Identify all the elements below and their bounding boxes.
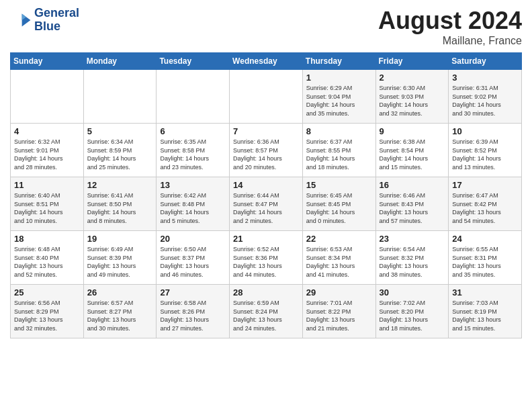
calendar-cell: 18Sunrise: 6:48 AM Sunset: 8:40 PM Dayli…	[11, 231, 84, 285]
day-number: 3	[452, 73, 518, 83]
calendar-cell	[11, 70, 84, 124]
calendar-cell: 15Sunrise: 6:45 AM Sunset: 8:45 PM Dayli…	[302, 177, 375, 231]
calendar-cell: 11Sunrise: 6:40 AM Sunset: 8:51 PM Dayli…	[11, 177, 84, 231]
calendar-cell	[230, 70, 303, 124]
calendar-cell: 31Sunrise: 7:03 AM Sunset: 8:19 PM Dayli…	[449, 285, 522, 338]
day-number: 4	[14, 126, 80, 136]
calendar-cell: 24Sunrise: 6:55 AM Sunset: 8:31 PM Dayli…	[449, 231, 522, 285]
day-number: 22	[306, 234, 372, 244]
day-number: 2	[380, 73, 445, 83]
day-number: 1	[306, 73, 372, 83]
calendar-cell: 23Sunrise: 6:54 AM Sunset: 8:32 PM Dayli…	[375, 231, 449, 285]
day-info: Sunrise: 6:41 AM Sunset: 8:50 PM Dayligh…	[87, 191, 153, 225]
day-info: Sunrise: 7:02 AM Sunset: 8:20 PM Dayligh…	[380, 299, 445, 332]
calendar-cell: 20Sunrise: 6:50 AM Sunset: 8:37 PM Dayli…	[157, 231, 230, 285]
day-number: 10	[452, 126, 518, 136]
day-number: 15	[306, 180, 372, 190]
calendar-cell: 3Sunrise: 6:31 AM Sunset: 9:02 PM Daylig…	[449, 70, 522, 124]
calendar-cell: 22Sunrise: 6:53 AM Sunset: 8:34 PM Dayli…	[302, 231, 375, 285]
calendar-cell: 30Sunrise: 7:02 AM Sunset: 8:20 PM Dayli…	[375, 285, 449, 338]
day-info: Sunrise: 6:30 AM Sunset: 9:03 PM Dayligh…	[380, 84, 445, 118]
day-number: 11	[14, 180, 80, 190]
day-number: 5	[87, 126, 153, 136]
day-number: 19	[87, 234, 153, 244]
day-info: Sunrise: 6:44 AM Sunset: 8:47 PM Dayligh…	[233, 191, 299, 225]
calendar-week-2: 4Sunrise: 6:32 AM Sunset: 9:01 PM Daylig…	[11, 124, 522, 177]
calendar-title: August 2024	[378, 7, 522, 35]
weekday-header-row: SundayMondayTuesdayWednesdayThursdayFrid…	[11, 53, 522, 70]
day-info: Sunrise: 6:55 AM Sunset: 8:31 PM Dayligh…	[452, 245, 518, 279]
day-info: Sunrise: 6:35 AM Sunset: 8:58 PM Dayligh…	[160, 138, 226, 171]
calendar-cell: 9Sunrise: 6:38 AM Sunset: 8:54 PM Daylig…	[375, 124, 449, 177]
calendar-cell: 27Sunrise: 6:58 AM Sunset: 8:26 PM Dayli…	[157, 285, 230, 338]
calendar-cell: 19Sunrise: 6:49 AM Sunset: 8:39 PM Dayli…	[83, 231, 157, 285]
day-number: 12	[87, 180, 153, 190]
day-info: Sunrise: 6:45 AM Sunset: 8:45 PM Dayligh…	[306, 191, 372, 225]
logo-icon	[10, 9, 32, 31]
calendar-cell: 5Sunrise: 6:34 AM Sunset: 8:59 PM Daylig…	[83, 124, 157, 177]
day-info: Sunrise: 6:54 AM Sunset: 8:32 PM Dayligh…	[380, 245, 445, 279]
calendar-cell: 14Sunrise: 6:44 AM Sunset: 8:47 PM Dayli…	[230, 177, 303, 231]
day-info: Sunrise: 6:58 AM Sunset: 8:26 PM Dayligh…	[160, 299, 226, 332]
calendar-cell: 6Sunrise: 6:35 AM Sunset: 8:58 PM Daylig…	[157, 124, 230, 177]
day-info: Sunrise: 6:40 AM Sunset: 8:51 PM Dayligh…	[14, 191, 80, 225]
day-info: Sunrise: 6:38 AM Sunset: 8:54 PM Dayligh…	[380, 138, 445, 171]
day-info: Sunrise: 6:42 AM Sunset: 8:48 PM Dayligh…	[160, 191, 226, 225]
day-number: 25	[14, 287, 80, 298]
day-number: 7	[233, 126, 299, 136]
calendar-subtitle: Maillane, France	[378, 35, 522, 47]
day-number: 31	[452, 287, 518, 298]
day-info: Sunrise: 6:31 AM Sunset: 9:02 PM Dayligh…	[452, 84, 518, 118]
calendar-week-5: 25Sunrise: 6:56 AM Sunset: 8:29 PM Dayli…	[11, 285, 522, 338]
calendar-cell: 8Sunrise: 6:37 AM Sunset: 8:55 PM Daylig…	[302, 124, 375, 177]
day-info: Sunrise: 6:37 AM Sunset: 8:55 PM Dayligh…	[306, 138, 372, 171]
day-number: 18	[14, 234, 80, 244]
day-number: 13	[160, 180, 226, 190]
calendar-cell: 1Sunrise: 6:29 AM Sunset: 9:04 PM Daylig…	[302, 70, 375, 124]
page-header: General Blue August 2024 Maillane, Franc…	[10, 7, 522, 47]
day-info: Sunrise: 6:39 AM Sunset: 8:52 PM Dayligh…	[452, 138, 518, 171]
title-block: August 2024 Maillane, France	[378, 7, 522, 47]
day-info: Sunrise: 6:29 AM Sunset: 9:04 PM Dayligh…	[306, 84, 372, 118]
day-info: Sunrise: 6:46 AM Sunset: 8:43 PM Dayligh…	[380, 191, 445, 225]
calendar-week-1: 1Sunrise: 6:29 AM Sunset: 9:04 PM Daylig…	[11, 70, 522, 124]
calendar-cell: 2Sunrise: 6:30 AM Sunset: 9:03 PM Daylig…	[375, 70, 449, 124]
day-number: 16	[380, 180, 445, 190]
calendar-cell: 21Sunrise: 6:52 AM Sunset: 8:36 PM Dayli…	[230, 231, 303, 285]
day-info: Sunrise: 6:34 AM Sunset: 8:59 PM Dayligh…	[87, 138, 153, 171]
calendar-table: SundayMondayTuesdayWednesdayThursdayFrid…	[10, 52, 522, 338]
weekday-header-wednesday: Wednesday	[230, 53, 303, 70]
day-info: Sunrise: 6:48 AM Sunset: 8:40 PM Dayligh…	[14, 245, 80, 279]
calendar-week-3: 11Sunrise: 6:40 AM Sunset: 8:51 PM Dayli…	[11, 177, 522, 231]
day-number: 30	[380, 287, 445, 298]
calendar-cell	[157, 70, 230, 124]
day-info: Sunrise: 6:56 AM Sunset: 8:29 PM Dayligh…	[14, 299, 80, 332]
day-number: 26	[87, 287, 153, 298]
day-info: Sunrise: 7:03 AM Sunset: 8:19 PM Dayligh…	[452, 299, 518, 332]
calendar-cell: 29Sunrise: 7:01 AM Sunset: 8:22 PM Dayli…	[302, 285, 375, 338]
day-info: Sunrise: 6:52 AM Sunset: 8:36 PM Dayligh…	[233, 245, 299, 279]
calendar-cell: 4Sunrise: 6:32 AM Sunset: 9:01 PM Daylig…	[11, 124, 84, 177]
weekday-header-thursday: Thursday	[302, 53, 375, 70]
day-info: Sunrise: 7:01 AM Sunset: 8:22 PM Dayligh…	[306, 299, 372, 332]
day-number: 8	[306, 126, 372, 136]
day-number: 29	[306, 287, 372, 298]
calendar-cell: 10Sunrise: 6:39 AM Sunset: 8:52 PM Dayli…	[449, 124, 522, 177]
day-number: 9	[380, 126, 445, 136]
day-info: Sunrise: 6:49 AM Sunset: 8:39 PM Dayligh…	[87, 245, 153, 279]
calendar-cell: 7Sunrise: 6:36 AM Sunset: 8:57 PM Daylig…	[230, 124, 303, 177]
day-number: 28	[233, 287, 299, 298]
calendar-cell: 12Sunrise: 6:41 AM Sunset: 8:50 PM Dayli…	[83, 177, 157, 231]
logo-text: General Blue	[34, 7, 79, 34]
day-info: Sunrise: 6:57 AM Sunset: 8:27 PM Dayligh…	[87, 299, 153, 332]
calendar-cell: 26Sunrise: 6:57 AM Sunset: 8:27 PM Dayli…	[83, 285, 157, 338]
day-number: 23	[380, 234, 445, 244]
day-number: 21	[233, 234, 299, 244]
calendar-cell	[83, 70, 157, 124]
day-info: Sunrise: 6:50 AM Sunset: 8:37 PM Dayligh…	[160, 245, 226, 279]
day-number: 17	[452, 180, 518, 190]
day-info: Sunrise: 6:47 AM Sunset: 8:42 PM Dayligh…	[452, 191, 518, 225]
weekday-header-saturday: Saturday	[449, 53, 522, 70]
day-number: 20	[160, 234, 226, 244]
day-info: Sunrise: 6:53 AM Sunset: 8:34 PM Dayligh…	[306, 245, 372, 279]
